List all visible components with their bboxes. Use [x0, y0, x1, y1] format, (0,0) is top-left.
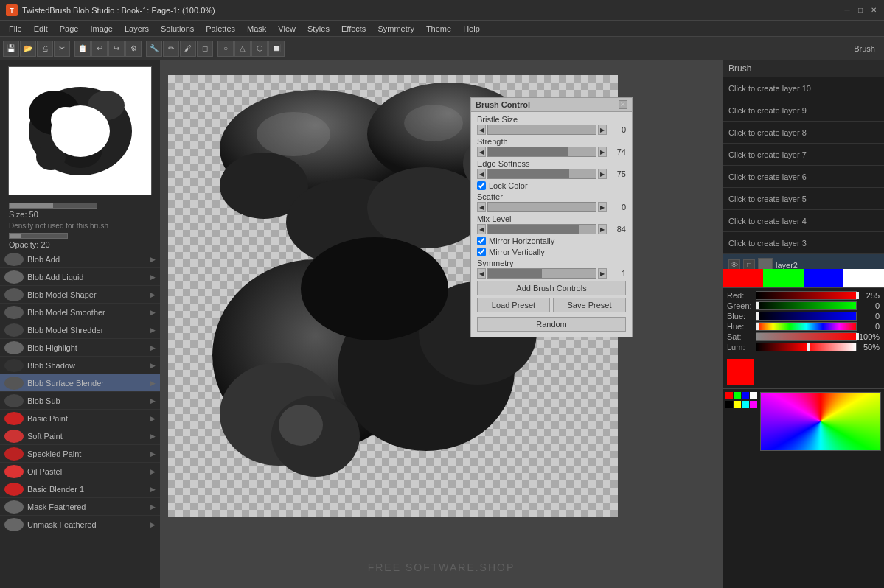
brush-expand-arrow[interactable]: ▶ [150, 273, 156, 281]
menu-item-view[interactable]: View [272, 23, 302, 35]
toolbar-btn-14[interactable]: ⬡ [251, 41, 268, 57]
layer-create-item-2[interactable]: Click to create layer 8 [723, 122, 884, 144]
brush-item-blob-model-shredder[interactable]: Blob Model Shredder▶ [0, 321, 160, 339]
brush-expand-arrow[interactable]: ▶ [150, 415, 156, 422]
slider-right-btn-0[interactable]: ▶ [598, 125, 607, 135]
slider-right-btn-1[interactable]: ▶ [598, 147, 607, 157]
brush-item-mask-feathered[interactable]: Mask Feathered▶ [0, 498, 160, 516]
brush-item-basic-paint[interactable]: Basic Paint▶ [0, 410, 160, 427]
toolbar-btn-10[interactable]: 🖌 [180, 41, 196, 57]
slider-right-btn-2[interactable]: ▶ [598, 169, 607, 179]
brush-item-blob-model-smoother[interactable]: Blob Model Smoother▶ [0, 304, 160, 321]
brush-item-oil-pastel[interactable]: Oil Pastel▶ [0, 463, 160, 480]
brush-item-blob-sub[interactable]: Blob Sub▶ [0, 392, 160, 410]
brush-expand-arrow[interactable]: ▶ [150, 362, 156, 369]
layer-create-item-3[interactable]: Click to create layer 7 [723, 144, 884, 166]
random-button[interactable]: Random [477, 317, 626, 332]
layer-create-item-1[interactable]: Click to create layer 9 [723, 99, 884, 122]
toolbar-btn-9[interactable]: ✏ [163, 41, 179, 57]
layer-create-item-7[interactable]: Click to create layer 3 [723, 232, 884, 254]
swatch-white[interactable] [750, 392, 757, 399]
menu-item-page[interactable]: Page [54, 23, 85, 35]
brush-control-close[interactable]: ✕ [619, 100, 627, 109]
toolbar-btn-11[interactable]: ◻ [197, 41, 213, 57]
mix-level-right-btn[interactable]: ▶ [598, 224, 607, 234]
menu-item-effects[interactable]: Effects [335, 23, 372, 35]
layer-create-item-4[interactable]: Click to create layer 6 [723, 166, 884, 188]
menu-item-solutions[interactable]: Solutions [155, 23, 200, 35]
minimize-button[interactable]: ─ [843, 6, 852, 15]
color-slider-track-red[interactable] [756, 291, 857, 300]
slider-track-2[interactable] [487, 169, 596, 179]
menu-item-layers[interactable]: Layers [119, 23, 155, 35]
brush-expand-arrow[interactable]: ▶ [150, 450, 156, 458]
toolbar-btn-3[interactable]: ✂ [54, 41, 70, 57]
swatch-green[interactable] [734, 392, 741, 399]
color-swatch-3[interactable] [843, 269, 884, 287]
add-brush-controls-button[interactable]: Add Brush Controls [477, 281, 626, 295]
color-swatch-0[interactable] [723, 269, 763, 287]
slider-track-1[interactable] [487, 147, 596, 157]
brush-item-soft-paint[interactable]: Soft Paint▶ [0, 427, 160, 445]
brush-expand-arrow[interactable]: ▶ [150, 291, 156, 298]
color-swatch-1[interactable] [763, 269, 804, 287]
brush-expand-arrow[interactable]: ▶ [150, 344, 156, 351]
load-preset-button[interactable]: Load Preset [477, 298, 550, 312]
toolbar-btn-2[interactable]: 🖨 [37, 41, 53, 57]
toolbar-btn-13[interactable]: △ [234, 41, 251, 57]
mix-level-track[interactable] [487, 224, 596, 234]
brush-item-basic-blender-1[interactable]: Basic Blender 1▶ [0, 480, 160, 498]
toolbar-btn-12[interactable]: ○ [217, 41, 234, 57]
lock-color-checkbox[interactable] [477, 181, 486, 190]
brush-expand-arrow[interactable]: ▶ [150, 309, 156, 316]
slider-left-btn-2[interactable]: ◀ [477, 169, 486, 179]
toolbar-btn-4[interactable]: 📋 [74, 41, 91, 57]
menu-item-styles[interactable]: Styles [302, 23, 335, 35]
color-slider-track-lum[interactable] [756, 343, 857, 351]
toolbar-btn-5[interactable]: ↩ [91, 41, 108, 57]
mix-level-left-btn[interactable]: ◀ [477, 224, 486, 234]
mirrorH-checkbox[interactable] [477, 237, 486, 245]
brush-item-unmask-feathered[interactable]: Unmask Feathered▶ [0, 516, 160, 533]
swatch-yellow[interactable] [734, 401, 741, 408]
color-slider-track-blue[interactable] [756, 312, 857, 321]
swatch-black[interactable] [725, 401, 733, 408]
layer-create-item-0[interactable]: Click to create layer 10 [723, 77, 884, 99]
brush-expand-arrow[interactable]: ▶ [150, 468, 156, 475]
brush-item-blob-model-shaper[interactable]: Blob Model Shaper▶ [0, 286, 160, 304]
mirrorV-checkbox[interactable] [477, 248, 486, 256]
slider-left-btn-1[interactable]: ◀ [477, 147, 486, 157]
menu-item-image[interactable]: Image [84, 23, 119, 35]
scatter-right-btn[interactable]: ▶ [598, 202, 607, 212]
brush-expand-arrow[interactable]: ▶ [150, 503, 156, 511]
menu-item-help[interactable]: Help [457, 23, 486, 35]
canvas-area[interactable]: Brush Control ✕ Bristle Size◀▶0Strength◀… [161, 60, 722, 588]
menu-item-file[interactable]: File [3, 23, 28, 35]
toolbar-btn-15[interactable]: 🔲 [268, 41, 285, 57]
toolbar-btn-8[interactable]: 🔧 [146, 41, 162, 57]
menu-item-mask[interactable]: Mask [241, 23, 272, 35]
toolbar-btn-6[interactable]: ↪ [108, 41, 125, 57]
menu-item-theme[interactable]: Theme [420, 23, 457, 35]
brush-expand-arrow[interactable]: ▶ [150, 521, 156, 528]
save-preset-button[interactable]: Save Preset [553, 298, 626, 312]
brush-item-speckled-paint[interactable]: Speckled Paint▶ [0, 445, 160, 463]
symmetry-track[interactable] [487, 268, 596, 279]
toolbar-btn-1[interactable]: 📂 [20, 41, 36, 57]
layer-create-item-5[interactable]: Click to create layer 5 [723, 188, 884, 210]
symmetry-right-btn[interactable]: ▶ [598, 268, 607, 279]
slider-left-btn-0[interactable]: ◀ [477, 125, 486, 135]
swatch-red[interactable] [725, 392, 733, 399]
swatch-magenta[interactable] [750, 401, 757, 408]
color-slider-track-green[interactable] [756, 301, 857, 310]
menu-item-symmetry[interactable]: Symmetry [372, 23, 420, 35]
brush-control-header[interactable]: Brush Control ✕ [471, 98, 632, 112]
toolbar-btn-0[interactable]: 💾 [3, 41, 19, 57]
toolbar-btn-7[interactable]: ⚙ [125, 41, 142, 57]
brush-expand-arrow[interactable]: ▶ [150, 256, 156, 263]
brush-expand-arrow[interactable]: ▶ [150, 433, 156, 440]
size-slider[interactable] [9, 203, 97, 209]
swatch-blue[interactable] [742, 392, 749, 399]
color-slider-track-sat[interactable] [756, 332, 857, 341]
slider-track-0[interactable] [487, 125, 596, 135]
